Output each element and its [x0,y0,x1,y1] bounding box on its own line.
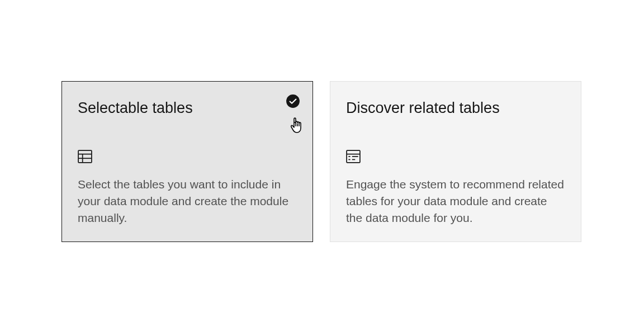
pointer-cursor-icon [289,117,305,134]
data-table-icon [346,149,361,164]
option-card-group: Selectable tables Select the t [61,81,581,242]
card-title: Selectable tables [78,98,297,118]
option-card-selectable-tables[interactable]: Selectable tables Select the t [61,81,313,242]
card-description: Engage the system to recommend related t… [346,176,565,226]
card-description: Select the tables you want to include in… [78,176,297,226]
table-icon [78,149,92,164]
card-title: Discover related tables [346,98,565,118]
option-card-discover-related-tables[interactable]: Discover related tables Engage the syste… [330,81,581,242]
svg-rect-4 [78,150,92,163]
svg-point-0 [286,94,300,108]
checkmark-filled-icon [286,94,300,108]
